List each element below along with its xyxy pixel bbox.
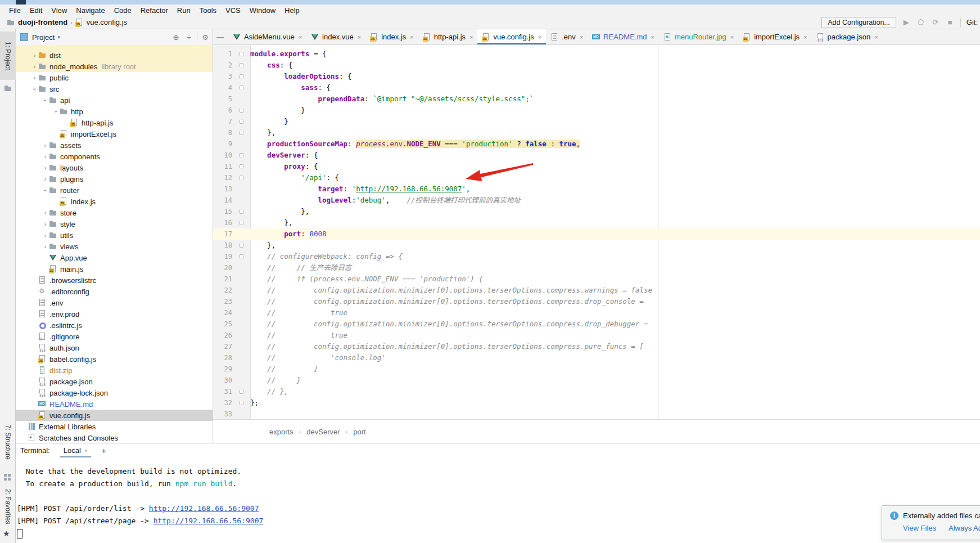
stop-icon[interactable]: ■ xyxy=(946,18,955,26)
collapse-all-icon[interactable]: ÷ xyxy=(184,33,194,42)
terminal-tab-local[interactable]: Local × xyxy=(60,443,92,457)
terminal-link[interactable]: http://192.168.66.56:9007 xyxy=(149,504,259,513)
editor-breadcrumb-exports[interactable]: exports xyxy=(269,428,293,436)
chevron-right-icon[interactable]: › xyxy=(31,64,38,70)
tool-window-button-structure[interactable]: 7: Structure xyxy=(0,415,16,469)
menu-tools[interactable]: Tools xyxy=(195,6,221,15)
menu-refactor[interactable]: Refactor xyxy=(136,6,173,15)
fold-end-icon[interactable] xyxy=(240,131,243,135)
fold-end-icon[interactable] xyxy=(240,209,243,214)
fold-end-icon[interactable] xyxy=(240,389,243,394)
fold-end-icon[interactable] xyxy=(240,243,243,248)
hide-panel-icon[interactable]: — xyxy=(216,33,224,41)
fold-start-icon[interactable] xyxy=(240,153,243,158)
menu-code[interactable]: Code xyxy=(110,6,136,15)
code-line-33[interactable]: 33 xyxy=(213,409,980,419)
tree-item-node-modules[interactable]: ›node_moduleslibrary root xyxy=(16,61,213,72)
breadcrumb-project[interactable]: duoji-frontend xyxy=(18,18,67,26)
code-line-26[interactable]: 26 // true xyxy=(213,330,980,341)
close-icon[interactable]: × xyxy=(358,34,361,41)
tab-http-api-js[interactable]: http-api.js× xyxy=(418,29,478,44)
code-line-21[interactable]: 21 // if (process.env.NODE_ENV === 'prod… xyxy=(213,273,980,285)
fold-start-icon[interactable] xyxy=(240,52,243,56)
fold-start-icon[interactable] xyxy=(240,74,243,79)
editor-breadcrumb-devserver[interactable]: devServer xyxy=(306,428,340,436)
tree-item-eslintrc-js[interactable]: .eslintrc.js xyxy=(16,320,213,331)
tree-item-external-libraries[interactable]: External Libraries xyxy=(16,421,213,432)
tree-item-http[interactable]: ›http xyxy=(16,106,213,117)
menu-navigate[interactable]: Navigate xyxy=(71,6,109,15)
chevron-down-icon[interactable]: › xyxy=(42,187,48,194)
locate-file-icon[interactable]: ⊕ xyxy=(171,33,181,42)
tab-index-vue[interactable]: index.vue× xyxy=(306,29,365,44)
fold-start-icon[interactable] xyxy=(240,63,243,68)
tree-item-readme-md[interactable]: README.md xyxy=(16,398,213,410)
tab-asidemenu-vue[interactable]: AsideMenu.vue× xyxy=(228,29,306,44)
chevron-right-icon[interactable]: › xyxy=(42,142,49,149)
code-line-30[interactable]: 30 // } xyxy=(213,375,980,386)
menu-vcs[interactable]: VCS xyxy=(221,6,245,15)
tree-item-src[interactable]: ›src xyxy=(16,83,213,95)
chevron-right-icon[interactable]: › xyxy=(31,75,38,81)
close-icon[interactable]: × xyxy=(84,447,88,454)
code-line-12[interactable]: 12 '/api': { xyxy=(213,172,980,183)
close-icon[interactable]: × xyxy=(651,34,654,41)
fold-end-icon[interactable] xyxy=(240,119,243,124)
terminal-output[interactable]: Note that the development build is not o… xyxy=(16,457,980,540)
menu-run[interactable]: Run xyxy=(173,6,195,15)
menu-help[interactable]: Help xyxy=(280,6,304,15)
chevron-right-icon[interactable]: › xyxy=(42,210,49,216)
tab-index-js[interactable]: index.js× xyxy=(365,29,418,44)
code-line-13[interactable]: 13 target: 'http://192.168.66.56:9007', xyxy=(213,183,980,195)
code-line-19[interactable]: 19 // configureWebpack: config => { xyxy=(213,251,980,262)
notification-link-always-add[interactable]: Always Add xyxy=(949,524,980,532)
code-line-31[interactable]: 31 // }, xyxy=(213,386,980,397)
code-line-10[interactable]: 10 devServer: { xyxy=(213,150,980,161)
close-icon[interactable]: × xyxy=(410,34,413,41)
tree-item-components[interactable]: ›components xyxy=(16,151,213,162)
fold-end-icon[interactable] xyxy=(240,401,243,405)
tree-item-package-lock-json[interactable]: package-lock.json xyxy=(16,387,213,398)
run-icon[interactable]: ▶ xyxy=(902,18,911,26)
code-line-4[interactable]: 4 sass: { xyxy=(213,82,980,93)
fold-start-icon[interactable] xyxy=(240,164,243,169)
tab-env[interactable]: .env× xyxy=(546,29,588,44)
code-line-23[interactable]: 23 // config.optimization.minimizer[0].o… xyxy=(213,296,980,307)
tree-item-vue-config-js[interactable]: vue.config.js xyxy=(16,410,213,421)
tree-item-app-vue[interactable]: App.vue xyxy=(16,252,213,263)
tree-item-router[interactable]: ›router xyxy=(16,185,213,196)
chevron-down-icon[interactable]: ▾ xyxy=(57,34,60,40)
tree-item-style[interactable]: ›style xyxy=(16,218,213,230)
code-line-24[interactable]: 24 // true xyxy=(213,307,980,318)
tree-item-babel-config-js[interactable]: babel.config.js xyxy=(16,353,213,365)
tree-item-public[interactable]: ›public xyxy=(16,72,213,83)
panel-settings-icon[interactable]: ⚙ xyxy=(200,33,210,42)
code-line-1[interactable]: 1module.exports = { xyxy=(213,48,980,60)
tree-item-assets[interactable]: ›assets xyxy=(16,140,213,151)
code-line-25[interactable]: 25 // config.optimization.minimizer[0].o… xyxy=(213,318,980,330)
tree-item-dist[interactable]: ›dist xyxy=(16,50,213,61)
code-line-8[interactable]: 8 }, xyxy=(213,127,980,138)
tree-item-auth-json[interactable]: auth.json xyxy=(16,342,213,353)
breadcrumb-file[interactable]: vue.config.js xyxy=(87,18,127,26)
new-terminal-session-icon[interactable]: + xyxy=(101,446,106,455)
notification-link-view-files[interactable]: View Files xyxy=(903,524,936,532)
code-line-28[interactable]: 28 // 'console.log' xyxy=(213,352,980,364)
code-line-11[interactable]: 11 proxy: { xyxy=(213,161,980,172)
fold-end-icon[interactable] xyxy=(240,221,243,225)
fold-start-icon[interactable] xyxy=(240,86,243,90)
git-branch-label[interactable]: Git: xyxy=(967,18,978,26)
close-icon[interactable]: × xyxy=(299,34,302,41)
code-line-2[interactable]: 2 css: { xyxy=(213,60,980,71)
menu-edit[interactable]: Edit xyxy=(25,6,47,15)
code-line-15[interactable]: 15 }, xyxy=(213,206,980,217)
close-icon[interactable]: × xyxy=(803,34,807,41)
code-line-20[interactable]: 20 // // 生产去除日志 xyxy=(213,262,980,273)
fold-end-icon[interactable] xyxy=(240,108,243,113)
tree-item-api[interactable]: ›api xyxy=(16,95,213,106)
tree-item-editorconfig[interactable]: .editorconfig xyxy=(16,286,213,297)
tree-item-main-js[interactable]: main.js xyxy=(16,263,213,275)
code-line-7[interactable]: 7 } xyxy=(213,116,980,127)
fold-start-icon[interactable] xyxy=(240,176,243,180)
tree-item-gitignore[interactable]: .gitignore xyxy=(16,331,213,342)
